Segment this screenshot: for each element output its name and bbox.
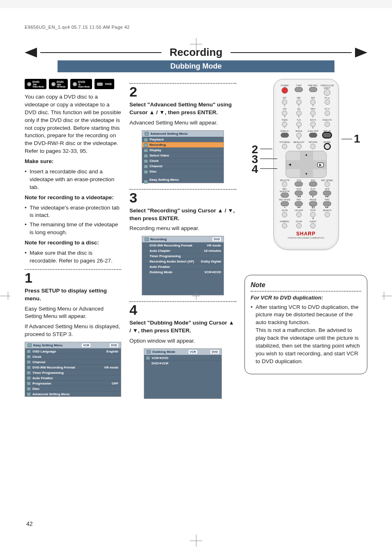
cursor-up-icon: ▲ <box>305 153 308 157</box>
brand-sub-label: VCR/DVD RECORDER COMBINATION <box>278 237 334 239</box>
cursor-left-icon: ◀ <box>288 163 291 166</box>
media-badges: DVD-RWVideo Mode DVD-RWVR Mode DVD-RVide… <box>25 79 121 89</box>
divider <box>129 301 236 302</box>
remote-illustration: 1 2 3 4 POWER T-SET TIME REC. OPEN/CLOSE… <box>261 79 351 250</box>
cursor-right-play-icon: ▶ <box>317 163 324 167</box>
step-1-body-2: If Advanced Setting Menu is displayed, p… <box>25 323 121 339</box>
dvd-rw-video-badge: DVD-RWVideo Mode <box>25 79 46 89</box>
crop-mark-bottom <box>190 534 202 547</box>
step-2-instruction: Select "Advanced Setting Menu" using Cur… <box>129 101 236 117</box>
tset-button-icon <box>295 87 303 92</box>
remote-control: POWER T-SET TIME REC. OPEN/CLOSE EJECT @… <box>273 79 339 250</box>
display-button-icon <box>281 133 289 138</box>
brand-label: SHARP <box>278 231 334 237</box>
menu-title: Advanced Setting Menu <box>150 132 188 136</box>
crop-mark-top <box>190 38 202 50</box>
setup-button-icon <box>323 133 331 138</box>
divider <box>129 189 236 190</box>
make-sure-heading: Make sure: <box>25 158 121 166</box>
vcr-badge: VCR <box>82 343 90 347</box>
middle-column: 2 Select "Advanced Setting Menu" using C… <box>129 79 236 405</box>
note-box: Note For VCR to DVD duplication: After s… <box>244 275 367 374</box>
power-button-icon <box>281 87 288 94</box>
section-subtitle: Dubbing Mode <box>58 60 334 72</box>
menu-icon <box>28 343 32 347</box>
right-column: 1 2 3 4 POWER T-SET TIME REC. OPEN/CLOSE… <box>244 79 367 405</box>
callout-1: 1 <box>354 132 360 145</box>
crop-mark-mid <box>0 292 392 300</box>
step-3-body: Recording menu will appear. <box>129 225 236 233</box>
step-1-number: 1 <box>25 271 121 285</box>
intro-paragraph: You can copy a DVD disc to a videotape o… <box>25 93 121 155</box>
vcr-badge: VCR <box>189 350 197 354</box>
note-title: Note <box>251 280 361 290</box>
menu-icon <box>147 350 151 354</box>
menu-icon <box>145 237 149 241</box>
dvd-badge: DVD <box>110 343 118 347</box>
arrow-right-icon <box>355 48 367 58</box>
advanced-setting-menu: Advanced Setting Menu Playback Recording… <box>142 130 224 183</box>
dvd-r-video-badge: DVD-RVideo Mode <box>70 79 92 89</box>
divider <box>129 83 236 84</box>
step-4-number: 4 <box>129 303 236 317</box>
page-number: 42 <box>26 520 33 527</box>
step-1-body-1: Easy Setting Menu or Advanced Setting Me… <box>25 305 121 321</box>
dubbing-mode-menu: Dubbing Mode VCR DVD VCR➔DVD DVD➔VCR <box>144 348 222 399</box>
eject-button-icon <box>324 89 330 96</box>
easy-setting-menu: Easy Setting Menu VCR DVD OSD LanguageEn… <box>25 342 121 397</box>
timerec-button-icon <box>309 87 317 92</box>
dvd-badge: DVD <box>210 350 219 354</box>
make-sure-list: Insert a recordable disc and a videotape… <box>25 168 121 191</box>
page: E9656UD_EN_1.qx4 05.7.15 11:55 AM Page 4… <box>0 8 392 555</box>
note-disc-list: Make sure that the disc is recordable. R… <box>25 249 121 265</box>
menu-title: Dubbing Mode <box>152 350 175 354</box>
recording-menu: Recording DVD DVD-RW Recording FormatVR … <box>142 236 224 295</box>
menu-title: Recording <box>150 237 167 241</box>
enter-button-icon <box>325 144 330 149</box>
callout-4: 4 <box>252 163 258 176</box>
note-videotape-heading: Note for recording to a videotape: <box>25 194 121 202</box>
vhs-badge: VHS <box>95 79 114 89</box>
arrow-left-icon <box>25 48 37 58</box>
step-4-body: Option window will appear. <box>129 337 236 345</box>
divider <box>25 269 121 270</box>
note-videotape-list: The videotape's erase-protection tab is … <box>25 204 121 237</box>
cursor-pad: ▲ ▼ ◀ ▶ <box>286 151 327 178</box>
left-column: DVD-RWVideo Mode DVD-RWVR Mode DVD-RVide… <box>25 79 121 405</box>
dvd-rw-vr-badge: DVD-RWVR Mode <box>49 79 68 89</box>
step-2-body: Advanced Setting Menu will appear. <box>129 119 236 127</box>
step-2-number: 2 <box>129 85 236 99</box>
step-3-number: 3 <box>129 191 236 205</box>
step-4-instruction: Select "Dubbing Mode" using Cursor ▲ / ▼… <box>129 319 236 335</box>
clear-button-icon <box>309 133 317 138</box>
cursor-down-icon: ▼ <box>305 172 308 176</box>
dvd-badge: DVD <box>212 237 221 241</box>
menu-title: Easy Setting Menu <box>33 343 62 347</box>
note-disc-heading: Note for recording to a disc: <box>25 239 121 247</box>
file-header: E9656UD_EN_1.qx4 05.7.15 11:55 AM Page 4… <box>25 25 367 30</box>
step-3-instruction: Select "Recording" using Cursor ▲ / ▼, t… <box>129 207 236 223</box>
note-body: After starting VCR to DVD duplication, t… <box>256 304 361 366</box>
menu-icon <box>145 132 149 136</box>
